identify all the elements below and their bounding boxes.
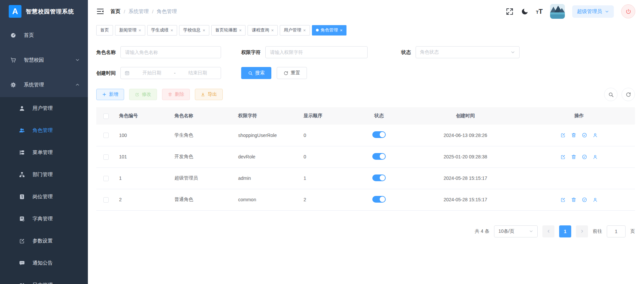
sidebar-item-dept-mgmt[interactable]: 部门管理 [0, 163, 88, 186]
assign-user-icon[interactable] [592, 197, 598, 203]
tab-news-mgmt[interactable]: 新闻管理× [115, 25, 145, 36]
topbar-right: TT 超级管理员 [506, 4, 635, 19]
status-toggle[interactable] [372, 131, 386, 138]
close-icon[interactable]: × [271, 28, 274, 33]
breadcrumb-separator: / [152, 9, 153, 14]
check-circle-icon[interactable] [582, 154, 587, 160]
goto-page-input[interactable] [607, 225, 626, 237]
tab-course-query[interactable]: 课程查询× [248, 25, 278, 36]
sidebar-item-dict-mgmt[interactable]: 字典管理 [0, 208, 88, 230]
dashboard-icon [10, 32, 16, 39]
reset-button[interactable]: 重置 [277, 67, 307, 79]
sidebar-item-label: 智慧校园 [24, 57, 44, 63]
status-toggle[interactable] [372, 196, 386, 203]
tab-role-mgmt[interactable]: 角色管理× [312, 25, 347, 36]
sidebar-item-post-mgmt[interactable]: 岗位管理 [0, 186, 88, 208]
tab-home[interactable]: 首页 [96, 25, 113, 36]
sidebar-item-log-mgmt[interactable]: 日志管理 [0, 274, 88, 284]
tab-user-mgmt[interactable]: 用户管理× [280, 25, 310, 36]
row-checkbox[interactable] [103, 154, 109, 160]
row-checkbox[interactable] [103, 133, 109, 138]
sidebar-item-system-mgmt[interactable]: 系统管理 [0, 72, 88, 97]
date-range-picker[interactable]: 开始日期 - 结束日期 [120, 67, 221, 79]
logout-button[interactable] [621, 4, 635, 18]
user-menu[interactable]: 超级管理员 [572, 5, 614, 18]
close-icon[interactable]: × [139, 28, 141, 33]
tab-student-scores[interactable]: 学生成绩× [147, 25, 177, 36]
sidebar-item-home[interactable]: 首页 [0, 23, 88, 48]
perm-char-input[interactable] [265, 46, 368, 58]
log-icon [19, 282, 25, 284]
modify-button[interactable]: 修改 [129, 89, 157, 100]
perm-char: shoppingUserRole [235, 125, 300, 146]
tab-home-carousel[interactable]: 首页轮播图× [211, 25, 246, 36]
row-checkbox[interactable] [103, 197, 109, 203]
sidebar-item-smart-campus[interactable]: 智慧校园 [0, 48, 88, 72]
export-button[interactable]: 导出 [195, 89, 223, 100]
edit-icon[interactable] [560, 154, 566, 160]
trash-icon[interactable] [571, 154, 577, 160]
status-select[interactable]: 角色状态 [416, 46, 520, 58]
display-order: 0 [300, 125, 351, 146]
status-toggle[interactable] [372, 174, 386, 181]
total-count: 共 4 条 [475, 228, 489, 234]
prev-page-button[interactable] [542, 225, 554, 237]
col-order: 显示顺序 [300, 107, 351, 125]
refresh-icon [626, 92, 631, 97]
sidebar-fold-icon[interactable] [96, 7, 104, 15]
sidebar-item-param-settings[interactable]: 参数设置 [0, 230, 88, 252]
breadcrumb-home[interactable]: 首页 [110, 8, 120, 15]
role-name-input[interactable] [120, 46, 221, 58]
topbar: 首页 / 系统管理 / 角色管理 TT [88, 0, 644, 23]
status-select-placeholder: 角色状态 [420, 49, 439, 55]
page-size-select[interactable]: 10条/页 [494, 225, 538, 237]
status-toggle[interactable] [372, 153, 386, 160]
sidebar-item-label: 岗位管理 [33, 194, 53, 200]
check-circle-icon[interactable] [582, 132, 587, 138]
created-time: 2024-06-13 09:28:26 [408, 125, 523, 146]
sidebar-item-user-mgmt[interactable]: 用户管理 [0, 97, 88, 119]
check-circle-icon[interactable] [582, 197, 587, 203]
filter-role-name: 角色名称 [96, 46, 221, 58]
tab-school-info[interactable]: 学校信息× [179, 25, 209, 36]
sidebar-item-menu-mgmt[interactable]: 菜单管理 [0, 141, 88, 163]
next-page-button[interactable] [576, 225, 588, 237]
close-icon[interactable]: × [303, 28, 306, 33]
date-separator: - [174, 70, 176, 76]
sidebar-item-notice[interactable]: 通知公告 [0, 252, 88, 274]
trash-icon[interactable] [571, 132, 577, 138]
close-icon[interactable]: × [239, 28, 242, 33]
table-header-row: 角色编号 角色名称 权限字符 显示顺序 状态 创建时间 操作 [96, 107, 635, 125]
created-time: 2024-05-28 15:15:17 [408, 189, 523, 210]
col-actions: 操作 [523, 107, 635, 125]
sidebar-item-label: 日志管理 [33, 282, 53, 284]
assign-user-icon[interactable] [592, 132, 598, 138]
close-icon[interactable]: × [340, 28, 343, 33]
page-number-current[interactable]: 1 [559, 225, 571, 237]
search-icon [248, 71, 253, 76]
app-logo[interactable]: A 智慧校园管理系统 [0, 0, 88, 23]
add-button[interactable]: 新增 [96, 89, 124, 100]
refresh-table-button[interactable] [622, 88, 635, 101]
edit-icon[interactable] [560, 197, 566, 203]
chevron-down-icon [75, 58, 80, 62]
trash-icon[interactable] [571, 197, 577, 203]
close-icon[interactable]: × [203, 28, 205, 33]
row-actions [527, 154, 632, 160]
font-size-icon[interactable]: TT [536, 8, 543, 15]
assign-user-icon[interactable] [592, 154, 598, 160]
fullscreen-icon[interactable] [506, 8, 514, 15]
sidebar-item-role-mgmt[interactable]: 角色管理 [0, 119, 88, 141]
col-role-name: 角色名称 [171, 107, 235, 125]
avatar[interactable] [550, 4, 565, 19]
search-button[interactable]: 搜索 [241, 67, 271, 79]
search-icon [608, 92, 614, 97]
toggle-search-button[interactable] [604, 88, 618, 101]
row-checkbox[interactable] [103, 176, 109, 181]
edit-icon[interactable] [560, 132, 566, 138]
close-icon[interactable]: × [171, 28, 173, 33]
select-all-checkbox[interactable] [103, 114, 109, 119]
delete-button[interactable]: 删除 [162, 89, 190, 100]
filter-status: 状态 角色状态 [401, 46, 520, 58]
dark-mode-moon-icon[interactable] [521, 8, 529, 15]
